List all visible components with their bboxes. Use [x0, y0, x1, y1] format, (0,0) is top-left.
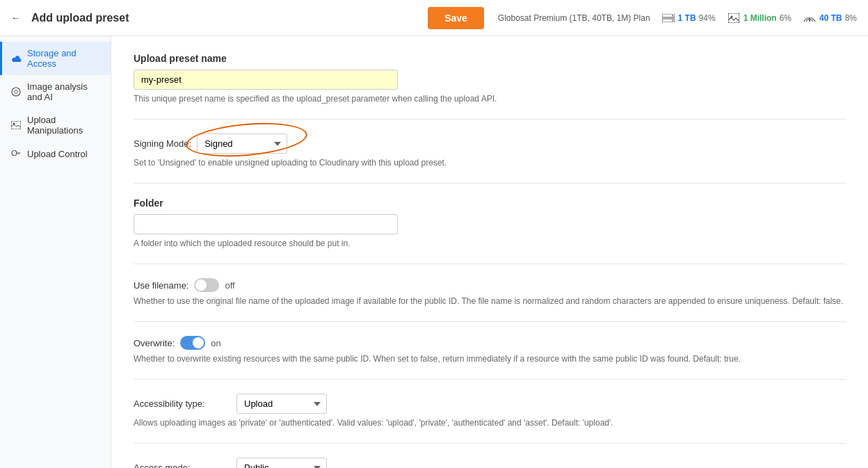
sidebar: Storage and Access Image analysis and AI…	[0, 36, 111, 468]
use-filename-row: Use filename: off	[134, 278, 846, 292]
bandwidth-value: 40 TB	[819, 13, 842, 23]
main-content: Upload preset name This unique preset na…	[111, 36, 868, 468]
use-filename-label: Use filename:	[134, 280, 188, 291]
images-stat: 1 Million 6%	[727, 13, 791, 23]
preset-name-title: Upload preset name	[134, 53, 846, 64]
use-filename-section: Use filename: off Whether to use the ori…	[134, 278, 846, 307]
overwrite-toggle[interactable]	[180, 336, 205, 350]
sidebar-item-label: Storage and Access	[27, 48, 102, 69]
images-pct: 6%	[780, 13, 791, 23]
images-value: 1 Million	[744, 13, 777, 23]
svg-point-2	[672, 15, 673, 16]
cloud-icon	[10, 53, 22, 64]
overwrite-section: Overwrite: on Whether to overwrite exist…	[134, 336, 846, 365]
page-title: Add upload preset	[31, 12, 428, 24]
save-button[interactable]: Save	[428, 7, 484, 29]
header: ← Add upload preset Save Globosat Premiu…	[0, 0, 868, 36]
use-filename-slider	[194, 278, 219, 292]
use-filename-state: off	[225, 280, 234, 291]
image-icon	[10, 120, 22, 131]
back-button[interactable]: ←	[11, 13, 20, 23]
use-filename-description: Whether to use the original file name of…	[134, 295, 846, 307]
back-icon: ←	[11, 13, 20, 23]
sidebar-item-manipulations[interactable]: Upload Manipulations	[0, 108, 111, 142]
bandwidth-icon	[803, 13, 817, 23]
overwrite-label: Overwrite:	[134, 338, 175, 348]
overwrite-slider	[180, 336, 205, 350]
overwrite-state: on	[211, 338, 220, 348]
sidebar-item-label: Upload Control	[27, 149, 88, 159]
signing-mode-row: Signing Mode: Signed Unsigned	[134, 134, 846, 154]
sidebar-item-label: Image analysis and AI	[27, 81, 102, 102]
folder-input[interactable]	[134, 214, 398, 234]
plan-info: Globosat Premium (1TB, 40TB, 1M) Plan	[498, 13, 650, 23]
images-icon	[727, 13, 741, 23]
sidebar-item-ai[interactable]: Image analysis and AI	[0, 75, 111, 108]
brain-icon	[10, 86, 22, 97]
signing-mode-section: Signing Mode: Signed Unsigned Set to 'Un…	[134, 134, 846, 169]
access-mode-row: Access mode: Public Authenticated	[134, 458, 846, 468]
preset-name-input[interactable]	[134, 70, 398, 90]
plan-label: Globosat Premium (1TB, 40TB, 1M) Plan	[498, 13, 650, 23]
accessibility-row: Accessibility type: Upload Private Authe…	[134, 394, 846, 414]
signing-mode-select[interactable]: Signed Unsigned	[197, 134, 287, 154]
access-mode-select[interactable]: Public Authenticated	[236, 458, 327, 468]
svg-point-10	[12, 151, 17, 156]
svg-point-7	[12, 88, 20, 96]
sidebar-item-label: Upload Manipulations	[27, 115, 102, 136]
overwrite-description: Whether to overwrite existing resources …	[134, 353, 846, 365]
storage-value: 1 TB	[678, 13, 696, 23]
key-icon	[10, 148, 22, 159]
accessibility-select[interactable]: Upload Private Authenticated Asset	[236, 394, 327, 414]
folder-section: Folder A folder into which the uploaded …	[134, 197, 846, 250]
svg-point-3	[672, 19, 673, 21]
access-mode-label: Access mode:	[134, 462, 231, 468]
storage-icon	[661, 13, 675, 23]
usage-stats: 1 TB 94% 1 Million 6% 40 TB 8%	[661, 13, 857, 23]
folder-title: Folder	[134, 197, 846, 209]
access-mode-section: Access mode: Public Authenticated Settin…	[134, 458, 846, 468]
folder-description: A folder into which the uploaded resourc…	[134, 237, 846, 250]
preset-name-section: Upload preset name This unique preset na…	[134, 53, 846, 105]
storage-stat: 1 TB 94%	[661, 13, 716, 23]
bandwidth-stat: 40 TB 8%	[803, 13, 857, 23]
signing-mode-label: Signing Mode:	[134, 138, 191, 149]
accessibility-description: Allows uploading images as 'private' or …	[134, 417, 846, 429]
overwrite-row: Overwrite: on	[134, 336, 846, 350]
sidebar-item-storage[interactable]: Storage and Access	[0, 42, 111, 75]
sidebar-item-control[interactable]: Upload Control	[0, 142, 111, 166]
accessibility-label: Accessibility type:	[134, 398, 231, 409]
use-filename-toggle[interactable]	[194, 278, 219, 292]
bandwidth-pct: 8%	[845, 13, 857, 23]
storage-pct: 94%	[699, 13, 716, 23]
preset-name-description: This unique preset name is specified as …	[134, 92, 846, 105]
signing-mode-description: Set to 'Unsigned' to enable unsigned upl…	[134, 156, 846, 169]
accessibility-section: Accessibility type: Upload Private Authe…	[134, 394, 846, 429]
